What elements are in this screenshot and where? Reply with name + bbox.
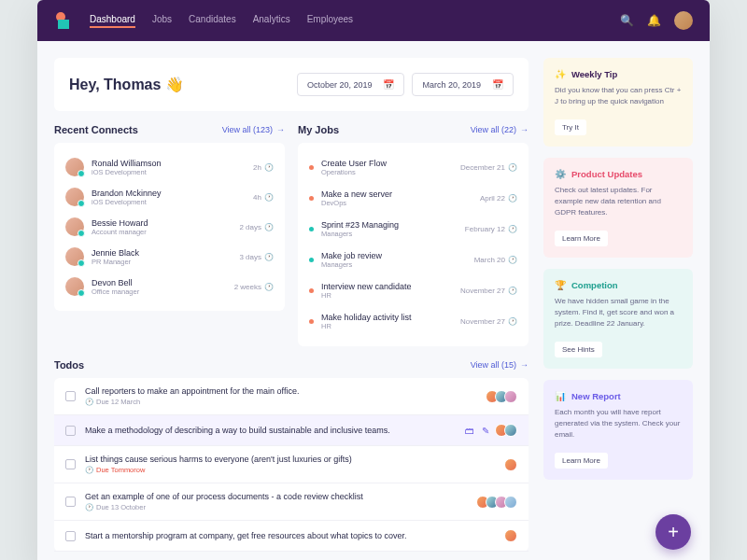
clock-icon: 🕐 (264, 283, 274, 291)
todo-checkbox[interactable] (65, 531, 76, 541)
todo-row[interactable]: Make a methodology of describing a way t… (54, 415, 529, 446)
todo-title: List things cause serious harms to every… (85, 455, 499, 464)
job-dept: Managers (321, 260, 467, 269)
tip-card: ✨ Weekly Tip Did you know that you can p… (543, 58, 693, 147)
job-date: November 27 🕐 (460, 317, 517, 326)
todo-checkbox[interactable] (65, 391, 76, 401)
job-dept: HR (321, 291, 453, 300)
section-title: My Jobs (298, 124, 339, 135)
view-all-jobs[interactable]: View all (22)→ (471, 125, 529, 134)
connects-card: Ronald Williamson iOS Development 2h 🕐 B… (54, 143, 285, 311)
tip-body: Did you know that you can press Ctr + J … (555, 85, 682, 107)
connect-info: Bessie Howard Account manager (92, 218, 232, 236)
status-dot (309, 258, 314, 262)
clock-icon: 🕐 (264, 163, 274, 172)
connect-name: Ronald Williamson (92, 159, 246, 168)
avatar (65, 247, 84, 266)
edit-icon[interactable]: ✎ (482, 426, 489, 436)
connect-name: Bessie Howard (92, 218, 232, 228)
todos-section: Todos View all (15)→ Call reporters to m… (54, 359, 529, 552)
connect-row[interactable]: Devon Bell Office manager 2 weeks 🕐 (65, 272, 274, 301)
tip-button[interactable]: Learn More (555, 231, 608, 246)
tip-button[interactable]: See Hints (555, 342, 602, 357)
two-column-row: Recent Connects View all (123)→ Ronald W… (54, 124, 529, 346)
archive-icon[interactable]: 🗃 (465, 426, 474, 436)
connect-row[interactable]: Brandon Mckinney iOS Development 4h 🕐 (65, 182, 274, 212)
todo-checkbox[interactable] (65, 497, 76, 507)
avatar (504, 424, 517, 437)
arrow-right-icon: → (520, 125, 529, 134)
todo-text: Make a methodology of describing a way t… (85, 426, 456, 435)
job-info: Make job review Managers (321, 251, 467, 269)
clock-icon: 🕐 (508, 194, 517, 203)
todo-due: 🕐 Due Tommorow (85, 466, 499, 474)
tip-card: 🏆 Competion We have hidden small game in… (543, 269, 693, 369)
connect-role: Account manager (92, 228, 232, 236)
job-info: Interview new candidate HR (321, 282, 453, 300)
job-row[interactable]: Make a new server DevOps April 22 🕐 (309, 183, 517, 214)
job-row[interactable]: Make job review Managers March 20 🕐 (309, 245, 517, 275)
avatar (65, 158, 84, 176)
view-all-connects[interactable]: View all (123)→ (222, 125, 285, 134)
date-picker-end[interactable]: March 20, 2019 📅 (412, 73, 514, 96)
nav-item-analytics[interactable]: Analytics (253, 14, 290, 28)
status-dot (309, 196, 314, 201)
connect-row[interactable]: Bessie Howard Account manager 2 days 🕐 (65, 212, 274, 242)
tip-button[interactable]: Try It (555, 119, 586, 135)
clock-icon: 🕐 (85, 398, 93, 406)
job-row[interactable]: Sprint #23 Managing Managers February 12… (309, 214, 517, 245)
job-name: Make holiday activity list (321, 313, 453, 322)
job-name: Sprint #23 Managing (321, 220, 458, 230)
hero-card: Hey, Thomas 👋 October 20, 2019 📅 March 2… (54, 58, 529, 111)
job-row[interactable]: Create User Flow Operations December 21 … (309, 152, 517, 183)
nav-item-jobs[interactable]: Jobs (152, 14, 172, 28)
todo-avatars (489, 390, 517, 403)
top-nav: DashboardJobsCandidatesAnalyticsEmployee… (37, 0, 710, 41)
job-info: Sprint #23 Managing Managers (321, 220, 458, 238)
fab-add-button[interactable]: + (655, 514, 691, 550)
job-row[interactable]: Make holiday activity list HR November 2… (309, 306, 517, 337)
todo-row[interactable]: List things cause serious harms to every… (54, 446, 529, 483)
view-all-todos[interactable]: View all (15)→ (471, 360, 529, 370)
job-name: Interview new candidate (321, 282, 453, 291)
main-content: Hey, Thomas 👋 October 20, 2019 📅 March 2… (37, 41, 710, 560)
tip-icon: ✨ (555, 69, 566, 79)
todo-avatars (499, 424, 517, 437)
todo-avatars (508, 529, 517, 542)
connects-column: Recent Connects View all (123)→ Ronald W… (54, 124, 285, 346)
connect-info: Jennie Black PR Manager (92, 248, 232, 266)
date-value: March 20, 2019 (422, 80, 481, 90)
connect-info: Brandon Mckinney iOS Development (92, 189, 246, 206)
todo-row[interactable]: Start a mentorship program at company, g… (54, 521, 529, 552)
nav-item-dashboard[interactable]: Dashboard (90, 14, 135, 28)
date-value: October 20, 2019 (307, 80, 373, 90)
bell-icon[interactable]: 🔔 (647, 14, 661, 27)
todo-row[interactable]: Call reporters to make an appointment fo… (54, 378, 529, 415)
user-avatar[interactable] (674, 11, 693, 30)
nav-item-candidates[interactable]: Candidates (189, 14, 236, 28)
todo-row[interactable]: Get an example of one of our process doc… (54, 483, 529, 521)
date-pickers: October 20, 2019 📅 March 20, 2019 📅 (297, 73, 514, 96)
search-icon[interactable]: 🔍 (620, 14, 634, 27)
connect-row[interactable]: Jennie Black PR Manager 3 days 🕐 (65, 242, 274, 272)
job-info: Create User Flow Operations (321, 159, 453, 176)
todo-checkbox[interactable] (65, 459, 76, 469)
tip-title: New Report (571, 391, 621, 401)
connect-info: Devon Bell Office manager (92, 278, 227, 296)
date-picker-start[interactable]: October 20, 2019 📅 (297, 73, 405, 96)
job-row[interactable]: Interview new candidate HR November 27 🕐 (309, 275, 517, 306)
greeting: Hey, Thomas 👋 (69, 76, 184, 93)
connect-role: Office manager (92, 287, 227, 296)
nav-item-employees[interactable]: Employees (307, 14, 353, 28)
job-dept: Operations (321, 168, 453, 176)
tips-column: ✨ Weekly Tip Did you know that you can p… (543, 58, 693, 552)
connect-row[interactable]: Ronald Williamson iOS Development 2h 🕐 (65, 152, 274, 182)
connects-header: Recent Connects View all (123)→ (54, 124, 285, 135)
tip-button[interactable]: Learn More (555, 453, 608, 469)
todo-checkbox[interactable] (65, 426, 76, 436)
tip-icon: ⚙️ (555, 169, 566, 179)
clock-icon: 🕐 (264, 253, 274, 261)
jobs-header: My Jobs View all (22)→ (298, 124, 529, 135)
connect-time: 4h 🕐 (253, 193, 274, 202)
clock-icon: 🕐 (85, 466, 93, 474)
